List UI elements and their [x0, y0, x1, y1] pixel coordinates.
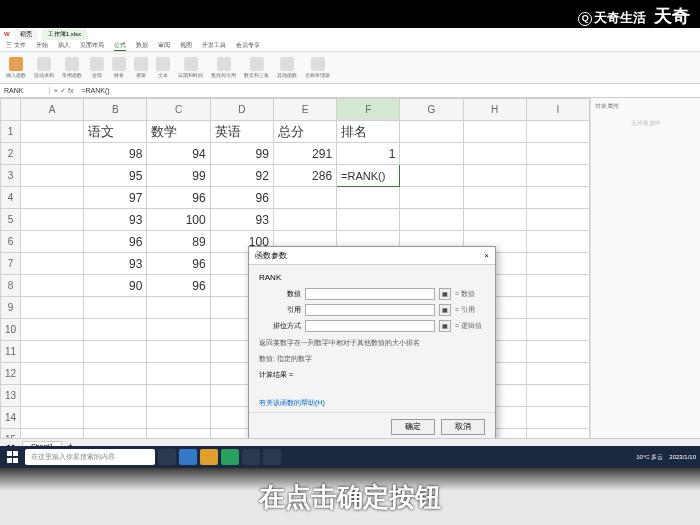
task-icon[interactable]	[263, 449, 281, 465]
cancel-button[interactable]: 取消	[441, 419, 485, 435]
dialog-description: 返回某数字在一列数字中相对于其他数值的大小排名	[259, 338, 485, 348]
tab-workbook[interactable]: 工作簿1.xlsx	[42, 29, 87, 40]
btn-names[interactable]: 名称管理器	[305, 57, 330, 78]
close-icon[interactable]: ×	[484, 251, 489, 260]
rtab-review[interactable]: 审阅	[158, 41, 170, 50]
formula-input[interactable]: =RANK()	[77, 87, 113, 94]
dialog-func-name: RANK	[259, 273, 485, 282]
dialog-result: 计算结果 =	[259, 370, 485, 380]
param-order-input[interactable]	[305, 320, 435, 332]
param-number-label: 数值	[259, 289, 301, 299]
rtab-insert[interactable]: 插入	[58, 41, 70, 50]
rtab-layout[interactable]: 页面布局	[80, 41, 104, 50]
param-ref-input[interactable]	[305, 304, 435, 316]
menu-file[interactable]: 三 文件	[6, 41, 26, 50]
rtab-dev[interactable]: 开发工具	[202, 41, 226, 50]
side-panel-title: 对象属性	[595, 102, 696, 111]
rtab-formula[interactable]: 公式	[114, 41, 126, 51]
ok-button[interactable]: 确定	[391, 419, 435, 435]
titlebar: W 稻壳 工作簿1.xlsx	[0, 28, 700, 40]
clock: 2023/1/10	[669, 454, 696, 460]
dialog-param-hint: 数值: 指定的数字	[259, 354, 485, 364]
param-number-eq: = 数值	[455, 289, 485, 299]
btn-math[interactable]: 数学和三角	[244, 57, 269, 78]
app-logo: W	[4, 31, 10, 37]
param-order-label: 排位方式	[259, 321, 301, 331]
formula-controls[interactable]: × ✓ fx	[50, 87, 77, 95]
ref-picker-icon[interactable]: ▦	[439, 320, 451, 332]
param-ref-label: 引用	[259, 305, 301, 315]
btn-all[interactable]: 全部	[90, 57, 104, 78]
btn-text[interactable]: 文本	[156, 57, 170, 78]
dialog-help-link[interactable]: 有关该函数的帮助(H)	[249, 394, 495, 412]
param-ref-eq: = 引用	[455, 305, 485, 315]
rtab-member[interactable]: 会员专享	[236, 41, 260, 50]
watermark: Q天奇生活 天奇	[578, 4, 690, 28]
name-box[interactable]: RANK	[0, 87, 50, 94]
side-panel: 对象属性 无对象选中	[590, 98, 700, 438]
task-icon[interactable]	[200, 449, 218, 465]
formula-bar: RANK × ✓ fx =RANK()	[0, 84, 700, 98]
function-args-dialog: 函数参数 × RANK 数值 ▦ = 数值 引用 ▦ = 引用	[248, 246, 496, 438]
task-icon[interactable]	[179, 449, 197, 465]
system-tray[interactable]: 10°C 多云 2023/1/10	[636, 453, 696, 462]
btn-autosum[interactable]: 自动求和	[34, 57, 54, 78]
ref-picker-icon[interactable]: ▦	[439, 288, 451, 300]
btn-date[interactable]: 日期和时间	[178, 57, 203, 78]
btn-finance[interactable]: 财务	[112, 57, 126, 78]
app-window: W 稻壳 工作簿1.xlsx 三 文件 开始 插入 页面布局 公式 数据 审阅 …	[0, 28, 700, 468]
side-panel-empty: 无对象选中	[595, 119, 696, 128]
btn-logic[interactable]: 逻辑	[134, 57, 148, 78]
weather: 10°C 多云	[636, 453, 663, 462]
task-icon[interactable]	[158, 449, 176, 465]
btn-common[interactable]: 常用函数	[62, 57, 82, 78]
video-subtitle: 在点击确定按钮	[0, 480, 700, 515]
btn-insert-fn[interactable]: 插入函数	[6, 57, 26, 78]
ribbon: 插入函数 自动求和 常用函数 全部 财务 逻辑 文本 日期和时间 查找与引用 数…	[0, 52, 700, 84]
task-icon[interactable]	[242, 449, 260, 465]
rtab-data[interactable]: 数据	[136, 41, 148, 50]
param-order-eq: = 逻辑值	[455, 321, 485, 331]
btn-other[interactable]: 其他函数	[277, 57, 297, 78]
start-button[interactable]	[4, 448, 22, 466]
rtab-view[interactable]: 视图	[180, 41, 192, 50]
tab-home[interactable]: 稻壳	[14, 29, 38, 40]
task-icon[interactable]	[221, 449, 239, 465]
dialog-title: 函数参数	[255, 250, 287, 261]
watermark-icon: Q	[578, 12, 592, 26]
taskbar: 在这里输入你要搜索的内容 10°C 多云 2023/1/10	[0, 446, 700, 468]
ref-picker-icon[interactable]: ▦	[439, 304, 451, 316]
rtab-start[interactable]: 开始	[36, 41, 48, 50]
btn-lookup[interactable]: 查找与引用	[211, 57, 236, 78]
spreadsheet-grid[interactable]: ABCDEFGHI1语文数学英语总分排名29894992911395999228…	[0, 98, 590, 438]
param-number-input[interactable]	[305, 288, 435, 300]
ribbon-tabs: 三 文件 开始 插入 页面布局 公式 数据 审阅 视图 开发工具 会员专享	[0, 40, 700, 52]
taskbar-search[interactable]: 在这里输入你要搜索的内容	[25, 449, 155, 465]
